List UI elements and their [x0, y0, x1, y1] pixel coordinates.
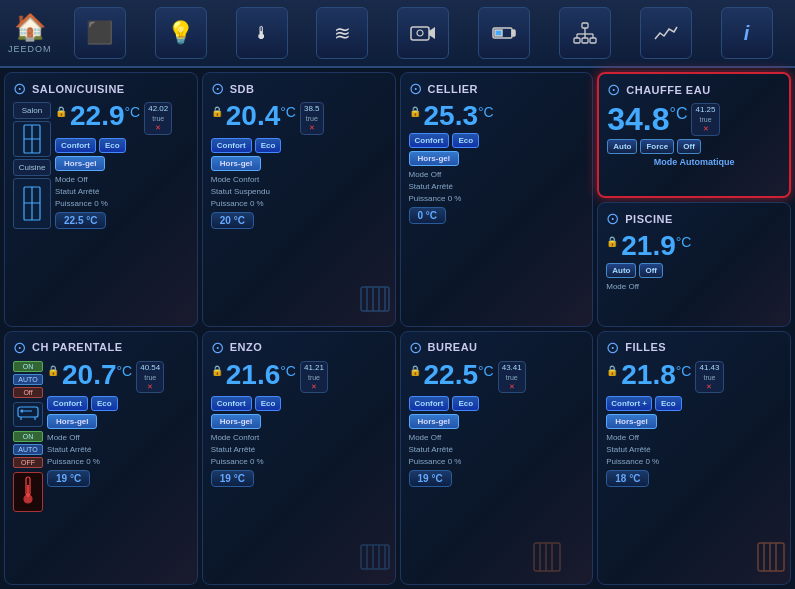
temp-badge-enzo: 41.21 true ✕ [300, 361, 328, 394]
room-cellier: ⊙ CELLIER 🔒 25.3 °C Confort Eco Hors-gel… [400, 72, 594, 327]
temp-bureau: 22.5 [424, 361, 479, 389]
btn-horsgel-cellier[interactable]: Hors-gel [409, 151, 459, 166]
window-icon-salon [13, 121, 51, 157]
btn-eco-sdb[interactable]: Eco [255, 138, 282, 153]
btn-horsgel-salon[interactable]: Hors-gel [55, 156, 105, 171]
btn-row-bureau-2: Hors-gel [409, 414, 585, 429]
room-header-enzo: ⊙ ENZO [211, 338, 387, 357]
btn-off-ch-parentale-left[interactable]: Off [13, 387, 43, 398]
radiator-icon-bureau [532, 541, 562, 580]
btn-off-chauffe-eau[interactable]: Off [677, 139, 701, 154]
lock-icon-filles: 🔒 [606, 365, 618, 376]
nav-info-btn[interactable]: i [721, 7, 773, 59]
temp-enzo: 21.6 [226, 361, 281, 389]
nav-garage-btn[interactable]: ⬛ [74, 7, 126, 59]
bottom-temp-cellier: 0 °C [409, 207, 447, 224]
btn-eco-bureau[interactable]: Eco [452, 396, 479, 411]
btn-horsgel-sdb[interactable]: Hors-gel [211, 156, 261, 171]
temp-row-filles: 🔒 21.8 °C 41.43 true ✕ [606, 361, 782, 394]
nav-battery-btn[interactable] [478, 7, 530, 59]
temp-unit-ch-parentale: °C [117, 363, 133, 379]
lock-icon-enzo: 🔒 [211, 365, 223, 376]
btn-confort-bureau[interactable]: Confort [409, 396, 450, 411]
temp-salon: 22.9 [70, 102, 125, 130]
btn-on-ch-parentale[interactable]: ON [13, 361, 43, 372]
bottom-temp-salon: 22.5 °C [55, 212, 106, 229]
btn-row-sdb-2: Hors-gel [211, 156, 387, 171]
lock-icon-cellier: 🔒 [409, 106, 421, 117]
room-chauffe-eau: ⊙ CHAUFFE EAU 34.8 °C 41.25 true ✕ Auto … [597, 72, 791, 198]
btn-horsgel-ch-parentale[interactable]: Hors-gel [47, 414, 97, 429]
btn-eco-ch-parentale[interactable]: Eco [91, 396, 118, 411]
temp-badge-bureau: 43.41 true ✕ [498, 361, 526, 394]
btn-horsgel-bureau[interactable]: Hors-gel [409, 414, 459, 429]
salon-left-panel: Salon Cuisine [13, 102, 51, 229]
room-icon-filles: ⊙ [606, 338, 619, 357]
btn-auto-piscine[interactable]: Auto [606, 263, 636, 278]
btn-auto-ch-parentale[interactable]: AUTO [13, 374, 43, 385]
btn-horsgel-filles[interactable]: Hors-gel [606, 414, 656, 429]
btn-eco-enzo[interactable]: Eco [255, 396, 282, 411]
nav-chart-btn[interactable] [640, 7, 692, 59]
lock-icon-bureau: 🔒 [409, 365, 421, 376]
status-salon: Mode Off Statut Arrêté Puissance 0 % [55, 174, 189, 210]
room-title-enzo: ENZO [230, 341, 263, 353]
btn-force-chauffe-eau[interactable]: Force [640, 139, 674, 154]
bottom-temp-ch-parentale: 19 °C [47, 470, 90, 487]
btn-confort-cellier[interactable]: Confort [409, 133, 450, 148]
app-logo: 🏠 JEEDOM [8, 12, 52, 54]
temp-unit-sdb: °C [280, 104, 296, 120]
btn-eco-filles[interactable]: Eco [655, 396, 682, 411]
btn-confort-ch-parentale[interactable]: Confort [47, 396, 88, 411]
temp-row-enzo: 🔒 21.6 °C 41.21 true ✕ [211, 361, 387, 394]
btn-on2-ch-parentale[interactable]: ON [13, 431, 43, 442]
btn-off2-ch-parentale[interactable]: OFF [13, 457, 43, 468]
room-salon-cuisine: ⊙ SALON/CUISINE Salon Cuisine [4, 72, 198, 327]
temp-unit-enzo: °C [280, 363, 296, 379]
temp-row-sdb: 🔒 20.4 °C 38.5 true ✕ [211, 102, 387, 135]
mode-chauffe-eau: Mode Automatique [607, 157, 781, 167]
btn-row-sdb-1: Confort Eco [211, 138, 387, 153]
salon-right-panel: 🔒 22.9 °C 42.02 true ✕ Confort Eco Hors-… [55, 102, 189, 229]
btn-eco-salon[interactable]: Eco [99, 138, 126, 153]
btn-row-cellier-1: Confort Eco [409, 133, 585, 148]
temp-badge-chauffe-eau: 41.25 true ✕ [691, 103, 719, 136]
nav-bulb-btn[interactable]: 💡 [155, 7, 207, 59]
temp-unit-salon: °C [125, 104, 141, 120]
btn-row-enzo-1: Confort Eco [211, 396, 387, 411]
room-icon-chauffe-eau: ⊙ [607, 80, 620, 99]
btn-row-filles-2: Hors-gel [606, 414, 782, 429]
btn-auto-chauffe-eau[interactable]: Auto [607, 139, 637, 154]
btn-confort-sdb[interactable]: Confort [211, 138, 252, 153]
home-nav-icon: 🏠 [14, 12, 46, 43]
btn-confort-enzo[interactable]: Confort [211, 396, 252, 411]
nav-network-btn[interactable] [559, 7, 611, 59]
btn-off-piscine[interactable]: Off [639, 263, 663, 278]
temp-unit-piscine: °C [676, 234, 692, 250]
salon-layout: Salon Cuisine [13, 102, 189, 229]
room-header-ch-parentale: ⊙ CH PARENTALE [13, 338, 189, 357]
room-header-filles: ⊙ FILLES [606, 338, 782, 357]
nav-camera-btn[interactable] [397, 7, 449, 59]
btn-confort-salon[interactable]: Confort [55, 138, 96, 153]
radiator-icon-sdb [359, 283, 391, 322]
btn-auto2-ch-parentale[interactable]: AUTO [13, 444, 43, 455]
nav-thermo-btn[interactable]: 🌡 [236, 7, 288, 59]
btn-horsgel-enzo[interactable]: Hors-gel [211, 414, 261, 429]
room-icon-enzo: ⊙ [211, 338, 224, 357]
temp-badge-ch-parentale: 40.54 true ✕ [136, 361, 164, 394]
salon-label: Salon [13, 102, 51, 119]
svg-rect-43 [758, 543, 784, 571]
btn-eco-cellier[interactable]: Eco [452, 133, 479, 148]
lock-icon-salon: 🔒 [55, 106, 67, 117]
svg-rect-4 [512, 30, 515, 36]
temp-row-bureau: 🔒 22.5 °C 43.41 true ✕ [409, 361, 585, 394]
svg-point-30 [21, 410, 23, 412]
temp-ch-parentale: 20.7 [62, 361, 117, 389]
brand-label: JEEDOM [8, 44, 52, 54]
ac-icon-ch-parentale [13, 402, 43, 427]
thermometer-icon-ch-parentale [13, 472, 43, 512]
nav-radiator-btn[interactable]: ≋ [316, 7, 368, 59]
status-cellier: Mode Off Statut Arrêté Puissance 0 % [409, 169, 585, 205]
btn-confort-plus-filles[interactable]: Confort + [606, 396, 652, 411]
